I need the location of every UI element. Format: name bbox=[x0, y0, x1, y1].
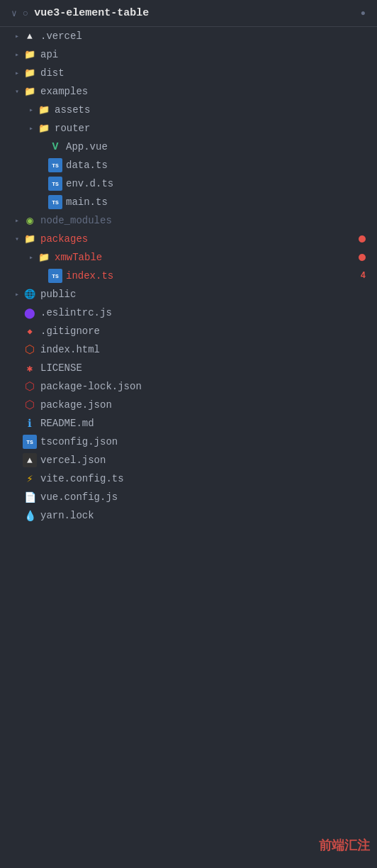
watermark: 前端汇注 bbox=[319, 837, 370, 854]
tree-arrow-dist[interactable] bbox=[11, 67, 23, 79]
tree-item-data-ts[interactable]: TSdata.ts bbox=[0, 156, 377, 174]
file-label-examples: examples bbox=[40, 86, 377, 97]
tree-arrow-api[interactable] bbox=[11, 49, 23, 60]
file-icon-assets: 📁 bbox=[37, 103, 51, 117]
tree-item-dist[interactable]: 📁dist bbox=[0, 64, 377, 82]
file-icon-vite-config: ⚡ bbox=[23, 472, 37, 486]
file-label-assets: assets bbox=[55, 104, 377, 116]
file-label-vercel-json: vercel.json bbox=[40, 455, 377, 466]
file-label-main-ts: main.ts bbox=[66, 196, 377, 208]
file-label-tsconfig: tsconfig.json bbox=[40, 436, 377, 447]
tree-item-examples[interactable]: 📁examples bbox=[0, 82, 377, 101]
file-label-api: api bbox=[40, 49, 377, 60]
file-icon-public: 🌐 bbox=[23, 287, 37, 301]
file-icon-api: 📁 bbox=[23, 48, 37, 62]
tree-item-package-json[interactable]: ⬡package.json bbox=[0, 396, 377, 414]
tree-item-tsconfig[interactable]: TStsconfig.json bbox=[0, 433, 377, 451]
file-icon-eslintrc: ⬤ bbox=[23, 306, 37, 320]
tree-arrow-xmwTable[interactable] bbox=[26, 252, 37, 263]
tree-item-eslintrc[interactable]: ⬤.eslintrc.js bbox=[0, 304, 377, 322]
file-icon-gitignore: ◆ bbox=[23, 324, 37, 338]
file-icon-xmwTable: 📁 bbox=[37, 250, 51, 265]
file-label-vite-config: vite.config.ts bbox=[40, 473, 377, 484]
file-icon-examples: 📁 bbox=[23, 84, 37, 99]
tree-item-vercel-json[interactable]: ▲vercel.json bbox=[0, 451, 377, 469]
project-title: vue3-element-table bbox=[34, 7, 149, 19]
tree-arrow-node-modules[interactable] bbox=[11, 215, 23, 226]
circle-icon: ○ bbox=[23, 8, 28, 19]
tree-header: ∨ ○ vue3-element-table ● bbox=[0, 0, 377, 27]
file-icon-readme: ℹ bbox=[23, 416, 37, 430]
file-label-dist: dist bbox=[40, 67, 377, 79]
file-icon-data-ts: TS bbox=[48, 158, 62, 172]
file-label-readme: README.md bbox=[40, 418, 377, 429]
tree-arrow-examples[interactable] bbox=[11, 86, 23, 97]
file-label-public: public bbox=[40, 289, 377, 300]
file-label-index-html: index.html bbox=[40, 344, 377, 355]
tree-arrow-packages[interactable] bbox=[11, 233, 23, 245]
file-icon-env-ts: TS bbox=[48, 177, 62, 191]
tree-item-app-vue[interactable]: VApp.vue bbox=[0, 138, 377, 156]
tree-item-xmwTable[interactable]: 📁xmwTable bbox=[0, 248, 377, 267]
file-icon-index-html: ⬡ bbox=[23, 343, 37, 357]
file-icon-package-json: ⬡ bbox=[23, 398, 37, 412]
tree-item-gitignore[interactable]: ◆.gitignore bbox=[0, 322, 377, 340]
tree-item-license[interactable]: ✱LICENSE bbox=[0, 359, 377, 377]
file-tree: ∨ ○ vue3-element-table ● ▲.vercel📁api📁di… bbox=[0, 0, 377, 525]
badge-dot-xmwTable bbox=[359, 254, 366, 261]
tree-item-router[interactable]: 📁router bbox=[0, 119, 377, 138]
tree-item-readme[interactable]: ℹREADME.md bbox=[0, 414, 377, 433]
dot-indicator: ● bbox=[361, 9, 366, 18]
collapse-icon[interactable]: ∨ bbox=[11, 8, 17, 19]
file-icon-index-ts: TS bbox=[48, 269, 62, 283]
file-label-packages: packages bbox=[40, 233, 359, 245]
tree-item-package-lock[interactable]: ⬡package-lock.json bbox=[0, 377, 377, 396]
file-icon-router: 📁 bbox=[37, 121, 51, 135]
file-icon-license: ✱ bbox=[23, 361, 37, 375]
file-icon-vue-config: 📄 bbox=[23, 490, 37, 504]
tree-item-vite-config[interactable]: ⚡vite.config.ts bbox=[0, 469, 377, 488]
file-label-package-json: package.json bbox=[40, 399, 377, 411]
tree-item-packages[interactable]: 📁packages bbox=[0, 230, 377, 248]
file-label-yarn-lock: yarn.lock bbox=[40, 510, 377, 521]
tree-arrow-public[interactable] bbox=[11, 289, 23, 300]
file-icon-vercel-json: ▲ bbox=[23, 453, 37, 467]
file-label-xmwTable: xmwTable bbox=[55, 252, 359, 263]
file-icon-main-ts: TS bbox=[48, 195, 62, 209]
file-label-node-modules: node_modules bbox=[40, 215, 377, 226]
file-label-gitignore: .gitignore bbox=[40, 326, 377, 337]
file-label-env-ts: env.d.ts bbox=[66, 178, 377, 189]
file-label-data-ts: data.ts bbox=[66, 160, 377, 171]
tree-item-public[interactable]: 🌐public bbox=[0, 285, 377, 304]
tree-item-vue-config[interactable]: 📄vue.config.js bbox=[0, 488, 377, 506]
file-icon-app-vue: V bbox=[48, 140, 62, 154]
badge-count-index-ts: 4 bbox=[361, 271, 366, 281]
file-icon-yarn-lock: 💧 bbox=[23, 508, 37, 523]
tree-arrow-assets[interactable] bbox=[26, 104, 37, 116]
file-icon-tsconfig: TS bbox=[23, 435, 37, 449]
tree-item-main-ts[interactable]: TSmain.ts bbox=[0, 193, 377, 211]
file-label-license: LICENSE bbox=[40, 362, 377, 374]
tree-container: ▲.vercel📁api📁dist📁examples📁assets📁router… bbox=[0, 27, 377, 525]
file-icon-node-modules: ◉ bbox=[23, 213, 37, 228]
file-label-eslintrc: .eslintrc.js bbox=[40, 307, 377, 318]
tree-arrow-router[interactable] bbox=[26, 123, 37, 134]
file-label-vercel: .vercel bbox=[40, 30, 377, 42]
tree-item-assets[interactable]: 📁assets bbox=[0, 101, 377, 119]
tree-item-index-html[interactable]: ⬡index.html bbox=[0, 340, 377, 359]
tree-item-vercel[interactable]: ▲.vercel bbox=[0, 27, 377, 45]
file-label-app-vue: App.vue bbox=[66, 141, 377, 152]
tree-item-yarn-lock[interactable]: 💧yarn.lock bbox=[0, 506, 377, 525]
file-label-vue-config: vue.config.js bbox=[40, 491, 377, 503]
tree-item-node-modules[interactable]: ◉node_modules bbox=[0, 211, 377, 230]
tree-item-env-ts[interactable]: TSenv.d.ts bbox=[0, 174, 377, 193]
tree-item-index-ts[interactable]: TSindex.ts4 bbox=[0, 267, 377, 285]
file-label-index-ts: index.ts bbox=[66, 270, 361, 282]
tree-item-api[interactable]: 📁api bbox=[0, 45, 377, 64]
file-icon-packages: 📁 bbox=[23, 232, 37, 246]
badge-dot-packages bbox=[359, 235, 366, 243]
file-label-router: router bbox=[55, 123, 377, 134]
file-icon-dist: 📁 bbox=[23, 66, 37, 80]
file-icon-package-lock: ⬡ bbox=[23, 379, 37, 394]
tree-arrow-vercel[interactable] bbox=[11, 30, 23, 42]
